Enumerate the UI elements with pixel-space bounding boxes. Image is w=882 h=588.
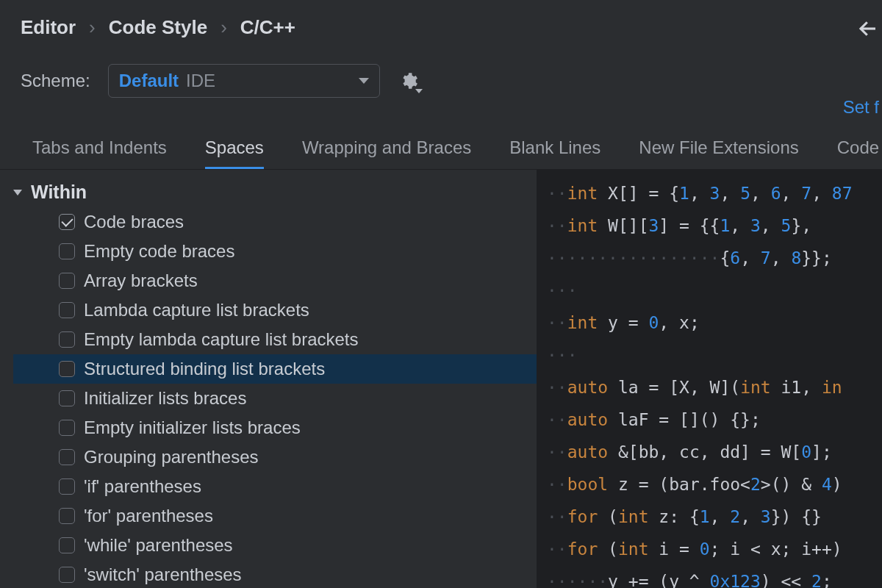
code-line: ··· xyxy=(537,274,882,306)
option-empty-code-braces[interactable]: Empty code braces xyxy=(13,237,537,266)
code-line: ·················{6, 7, 8}}; xyxy=(537,242,882,274)
checkbox[interactable] xyxy=(59,390,75,406)
code-line: ··auto &[bb, cc, dd] = W[0]; xyxy=(537,436,882,468)
chevron-down-icon xyxy=(359,78,369,84)
checkbox[interactable] xyxy=(59,302,75,318)
option-grouping-parentheses[interactable]: Grouping parentheses xyxy=(13,442,537,472)
checkbox[interactable] xyxy=(59,214,75,230)
checkbox[interactable] xyxy=(59,478,75,495)
code-line: ······y += (y ^ 0x123) << 2; xyxy=(537,565,882,588)
checkbox[interactable] xyxy=(59,567,75,583)
option-label: Lambda capture list brackets xyxy=(84,300,309,320)
option-label: Initializer lists braces xyxy=(84,388,246,409)
checkbox[interactable] xyxy=(59,243,75,259)
code-line: ··auto laF = []() {}; xyxy=(537,404,882,436)
tab-blank-lines[interactable]: Blank Lines xyxy=(509,137,600,169)
scheme-label: Scheme: xyxy=(21,71,90,91)
section-title: Within xyxy=(31,182,87,203)
back-arrow-icon[interactable] xyxy=(857,18,879,40)
option-label: Array brackets xyxy=(84,270,198,291)
breadcrumb-item[interactable]: C/C++ xyxy=(240,16,295,39)
option-label: 'for' parentheses xyxy=(84,506,213,526)
code-preview: ··int X[] = {1, 3, 5, 6, 7, 87··int W[][… xyxy=(537,170,882,588)
scheme-name: Default xyxy=(119,71,179,91)
checkbox[interactable] xyxy=(59,537,75,553)
tab-wrapping-and-braces[interactable]: Wrapping and Braces xyxy=(302,137,471,169)
option-structured-binding-list-brackets[interactable]: Structured binding list brackets xyxy=(13,354,537,384)
gear-icon xyxy=(399,71,418,90)
code-line: ··int W[][3] = {{1, 3, 5}, xyxy=(537,209,882,242)
option-label: Structured binding list brackets xyxy=(84,359,325,379)
code-line: ··for (int i = 0; i < x; i++) xyxy=(537,533,882,565)
option-label: 'while' parentheses xyxy=(84,535,233,556)
option-label: Empty lambda capture list brackets xyxy=(84,329,359,350)
scheme-settings-button[interactable] xyxy=(398,70,420,92)
option-empty-initializer-lists-braces[interactable]: Empty initializer lists braces xyxy=(13,413,537,442)
code-line: ··auto la = [X, W](int i1, in xyxy=(537,371,882,404)
code-line: ··for (int z: {1, 2, 3}) {} xyxy=(537,501,882,533)
set-from-link[interactable]: Set f xyxy=(843,97,879,118)
code-line: ··int y = 0, x; xyxy=(537,306,882,339)
option-label: 'if' parentheses xyxy=(84,476,201,497)
tab-new-file-extensions[interactable]: New File Extensions xyxy=(639,137,798,169)
option-code-braces[interactable]: Code braces xyxy=(13,207,537,237)
options-panel: Within Code bracesEmpty code bracesArray… xyxy=(0,170,537,588)
option-array-brackets[interactable]: Array brackets xyxy=(13,266,537,295)
tab-code-gener[interactable]: Code Gener xyxy=(837,137,882,169)
checkbox[interactable] xyxy=(59,273,75,289)
option-label: Grouping parentheses xyxy=(84,447,259,467)
scheme-select[interactable]: Default IDE xyxy=(108,64,380,98)
option-label: Empty code braces xyxy=(84,241,234,262)
code-line: ··· xyxy=(537,339,882,371)
option-label: 'switch' parentheses xyxy=(84,564,242,585)
checkbox[interactable] xyxy=(59,420,75,436)
option--while-parentheses[interactable]: 'while' parentheses xyxy=(13,531,537,560)
code-line: ··int X[] = {1, 3, 5, 6, 7, 87 xyxy=(537,177,882,209)
tab-tabs-and-indents[interactable]: Tabs and Indents xyxy=(32,137,167,169)
option--for-parentheses[interactable]: 'for' parentheses xyxy=(13,501,537,531)
breadcrumb-item[interactable]: Editor xyxy=(21,16,76,39)
code-line: ··bool z = (bar.foo<2>() & 4) xyxy=(537,468,882,501)
tabs: Tabs and IndentsSpacesWrapping and Brace… xyxy=(0,137,882,169)
checkbox[interactable] xyxy=(59,361,75,377)
option-lambda-capture-list-brackets[interactable]: Lambda capture list brackets xyxy=(13,295,537,325)
scheme-badge: IDE xyxy=(186,71,215,91)
option-label: Code braces xyxy=(84,212,184,232)
checkbox[interactable] xyxy=(59,331,75,348)
chevron-down-icon xyxy=(13,190,22,196)
option--if-parentheses[interactable]: 'if' parentheses xyxy=(13,472,537,501)
checkbox[interactable] xyxy=(59,449,75,465)
breadcrumb: Editor › Code Style › C/C++ xyxy=(21,16,861,39)
tab-spaces[interactable]: Spaces xyxy=(205,137,264,169)
breadcrumb-item[interactable]: Code Style xyxy=(109,16,207,39)
checkbox[interactable] xyxy=(59,508,75,524)
section-within-header[interactable]: Within xyxy=(13,179,537,207)
option--switch-parentheses[interactable]: 'switch' parentheses xyxy=(13,560,537,588)
dropdown-small-icon xyxy=(415,89,423,93)
chevron-right-icon: › xyxy=(89,16,96,39)
chevron-right-icon: › xyxy=(220,16,227,39)
option-initializer-lists-braces[interactable]: Initializer lists braces xyxy=(13,384,537,413)
option-label: Empty initializer lists braces xyxy=(84,417,301,438)
option-empty-lambda-capture-list-brackets[interactable]: Empty lambda capture list brackets xyxy=(13,325,537,354)
